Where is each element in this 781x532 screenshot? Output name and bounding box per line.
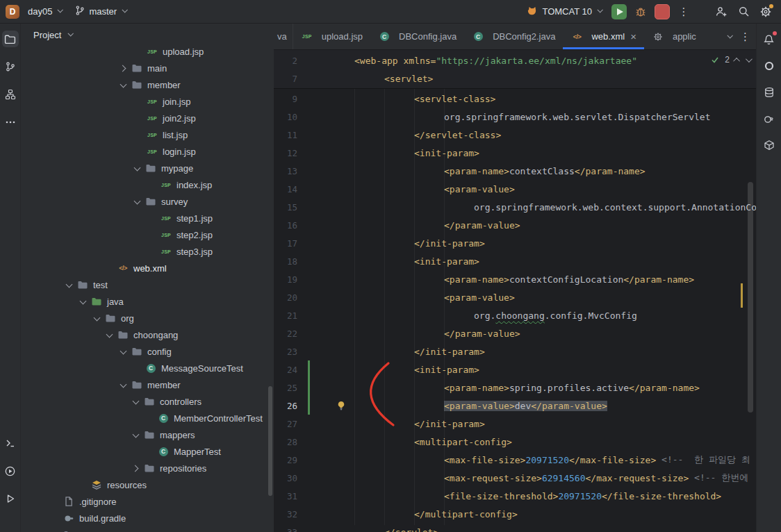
tree-item[interactable]: </>web.xml xyxy=(21,260,274,276)
vcs-icon[interactable] xyxy=(2,58,19,75)
gutter[interactable] xyxy=(304,144,354,162)
tree-item[interactable]: member xyxy=(21,76,274,93)
gutter[interactable] xyxy=(304,342,354,360)
chevron-down-icon[interactable] xyxy=(131,193,145,210)
tree-item[interactable]: JSPjoin2.jsp xyxy=(21,110,274,126)
terminal-icon[interactable] xyxy=(2,435,19,451)
structure-icon[interactable] xyxy=(2,86,19,103)
more-icon[interactable] xyxy=(2,114,19,131)
gutter[interactable] xyxy=(304,252,354,270)
more-kebab-icon[interactable]: ⋮ xyxy=(675,3,692,20)
project-panel-header[interactable]: Project xyxy=(21,24,274,46)
editor-tab-overflow[interactable]: va xyxy=(274,24,293,49)
gutter[interactable] xyxy=(304,234,354,252)
chevron-right-icon[interactable] xyxy=(129,460,143,476)
tree-item[interactable]: JSPlogin.jsp xyxy=(21,143,274,160)
tab-options-kebab-icon[interactable]: ⋮ xyxy=(740,31,750,43)
tree-item[interactable]: JSPstep1.jsp xyxy=(21,210,274,226)
intention-bulb-icon[interactable] xyxy=(336,401,346,413)
project-selector[interactable]: day05 xyxy=(24,3,66,20)
tree-item[interactable]: build.gradle xyxy=(21,510,274,526)
database-icon[interactable] xyxy=(760,83,778,101)
gutter[interactable] xyxy=(304,415,354,433)
project-logo[interactable]: D xyxy=(6,5,19,19)
tree-item[interactable]: config xyxy=(21,343,274,360)
gutter[interactable] xyxy=(304,505,354,523)
tree-item[interactable]: choongang xyxy=(21,326,274,343)
search-icon[interactable] xyxy=(735,3,752,20)
chevron-down-icon[interactable] xyxy=(103,326,117,343)
code-line[interactable]: <servlet> xyxy=(354,69,756,88)
gutter[interactable] xyxy=(304,360,354,379)
gutter[interactable] xyxy=(304,180,354,198)
tree-item[interactable]: JSPstep3.jsp xyxy=(21,243,274,260)
tree-item[interactable]: JSPstep2.jsp xyxy=(21,226,274,243)
tree-item[interactable]: CMapperTest xyxy=(21,443,274,460)
editor-tab[interactable]: CDBConfig2.java xyxy=(464,24,563,49)
gutter[interactable] xyxy=(304,451,354,469)
gutter[interactable] xyxy=(304,433,354,451)
gutter[interactable] xyxy=(304,523,354,532)
tree-item[interactable]: test xyxy=(21,276,274,293)
tree-item[interactable]: controllers xyxy=(21,393,274,410)
debug-button[interactable] xyxy=(632,3,649,20)
gutter[interactable] xyxy=(304,51,354,69)
gradle-icon[interactable] xyxy=(760,110,778,128)
stop-button[interactable] xyxy=(655,4,670,19)
project-folder-icon[interactable] xyxy=(2,31,19,47)
run-config-selector[interactable]: TOMCAT 10 xyxy=(522,3,606,20)
close-tab-icon[interactable]: × xyxy=(630,31,636,42)
gutter[interactable] xyxy=(304,69,354,88)
chevron-down-icon[interactable] xyxy=(117,343,131,360)
tree-item[interactable]: main xyxy=(21,60,274,76)
gutter[interactable] xyxy=(304,288,354,306)
add-user-icon[interactable] xyxy=(713,3,730,20)
gutter[interactable] xyxy=(304,198,354,216)
chevron-down-icon[interactable] xyxy=(117,376,131,393)
tree-item[interactable]: repositories xyxy=(21,460,274,476)
gutter[interactable] xyxy=(304,270,354,288)
chevron-down-icon[interactable] xyxy=(90,310,104,326)
chevron-right-icon[interactable] xyxy=(117,60,131,76)
gutter[interactable] xyxy=(304,469,354,487)
chevron-down-icon[interactable] xyxy=(131,160,145,176)
tree-item[interactable]: .gitignore xyxy=(21,493,274,510)
gutter[interactable] xyxy=(304,162,354,180)
tree-item[interactable]: resources xyxy=(21,476,274,493)
tree-item[interactable]: mappers xyxy=(21,426,274,443)
tree-item[interactable]: java xyxy=(21,293,274,310)
gutter[interactable] xyxy=(304,126,354,144)
editor-tab[interactable]: </>web.xml× xyxy=(563,24,643,49)
gutter[interactable] xyxy=(304,90,354,108)
tree-item[interactable] xyxy=(21,526,274,532)
tree-item[interactable]: JSPlist.jsp xyxy=(21,126,274,143)
tree-scrollbar[interactable] xyxy=(268,386,272,496)
vcs-branch-selector[interactable]: master xyxy=(70,3,131,20)
tree-item[interactable]: CMemberControllerTest xyxy=(21,410,274,426)
gutter[interactable] xyxy=(304,216,354,234)
editor-tab[interactable]: CDBConfig.java xyxy=(370,24,464,49)
tab-list-chevron-icon[interactable] xyxy=(727,33,732,38)
prev-problem-button[interactable] xyxy=(733,57,740,64)
editor-tab[interactable]: applic xyxy=(644,24,704,49)
chevron-down-icon[interactable] xyxy=(63,276,76,293)
code-editor[interactable]: 9<servlet-class>10org.springframework.we… xyxy=(274,89,756,532)
services-icon[interactable] xyxy=(2,463,19,479)
editor-tab[interactable]: JSPupload.jsp xyxy=(293,24,370,49)
dependencies-icon[interactable] xyxy=(760,136,778,154)
gutter[interactable] xyxy=(304,379,354,397)
gutter[interactable] xyxy=(304,306,354,324)
chevron-down-icon[interactable] xyxy=(117,76,131,93)
chevron-down-icon[interactable] xyxy=(129,393,143,410)
tree-item[interactable]: survey xyxy=(21,193,274,210)
tree-item[interactable]: JSPindex.jsp xyxy=(21,176,274,193)
notifications-bell-icon[interactable] xyxy=(760,31,778,49)
chevron-down-icon[interactable] xyxy=(129,426,143,443)
run-button[interactable] xyxy=(611,4,627,19)
inspections-widget[interactable]: 2 xyxy=(711,55,750,65)
gutter[interactable] xyxy=(304,324,354,342)
chevron-down-icon[interactable] xyxy=(76,293,90,310)
spring-icon[interactable] xyxy=(760,57,778,75)
tree-item[interactable]: member xyxy=(21,376,274,393)
code-line[interactable]: <web-app xmlns="https://jakarta.ee/xml/n… xyxy=(354,51,756,69)
